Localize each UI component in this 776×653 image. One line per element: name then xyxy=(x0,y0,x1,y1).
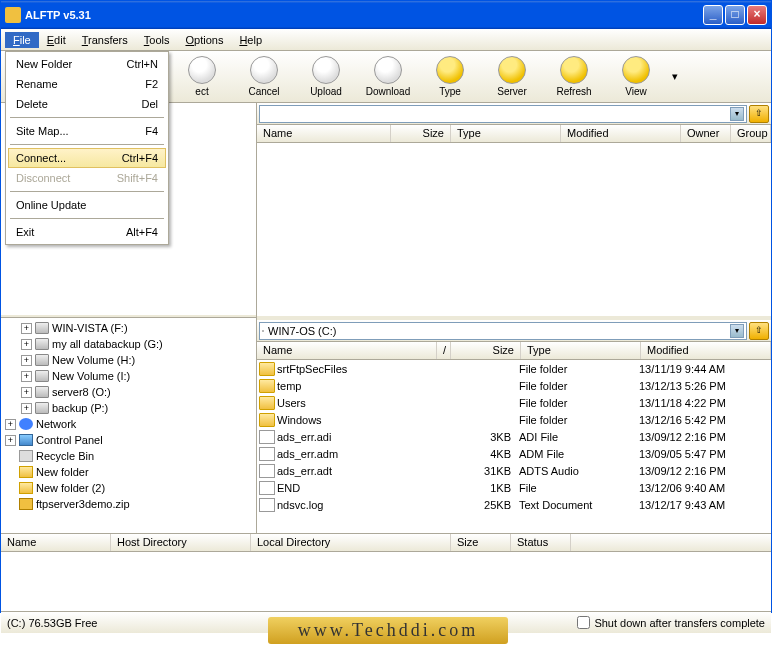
bin-icon xyxy=(19,450,33,462)
local-col-modified[interactable]: Modified xyxy=(641,342,771,359)
chevron-down-icon[interactable]: ▾ xyxy=(730,324,744,338)
expand-icon[interactable]: + xyxy=(21,403,32,414)
tree-item[interactable]: +server8 (O:) xyxy=(3,384,254,400)
remote-list-header: NameSizeTypeModifiedOwnerGroup xyxy=(257,125,771,143)
tree-item[interactable]: +Control Panel xyxy=(3,432,254,448)
local-col-name[interactable]: Name xyxy=(257,342,437,359)
file-icon xyxy=(259,430,275,444)
local-path-combo[interactable]: WIN7-OS (C:) ▾ xyxy=(259,322,747,340)
remote-col-type[interactable]: Type xyxy=(451,125,561,142)
file-row[interactable]: END1KBFile13/12/06 9:40 AM xyxy=(257,479,771,496)
folder-icon xyxy=(259,379,275,393)
menu-options[interactable]: Options xyxy=(177,32,231,48)
fold-icon xyxy=(19,466,33,478)
menuitem-exit[interactable]: ExitAlt+F4 xyxy=(8,222,166,242)
local-up-button[interactable]: ⇧ xyxy=(749,322,769,340)
tool-upload[interactable]: Upload xyxy=(295,56,357,97)
remote-col-owner[interactable]: Owner xyxy=(681,125,731,142)
expand-icon[interactable]: + xyxy=(21,339,32,350)
tool-ect[interactable]: ect xyxy=(171,56,233,97)
chevron-down-icon[interactable]: ▾ xyxy=(730,107,744,121)
expand-icon[interactable]: + xyxy=(21,323,32,334)
menuitem-rename[interactable]: RenameF2 xyxy=(8,74,166,94)
file-row[interactable]: ndsvc.log25KBText Document13/12/17 9:43 … xyxy=(257,496,771,513)
fold-icon xyxy=(19,482,33,494)
tree-item[interactable]: New folder xyxy=(3,464,254,480)
file-icon xyxy=(259,498,275,512)
folder-icon xyxy=(259,362,275,376)
file-row[interactable]: ads_err.adt31KBADTS Audio13/09/12 2:16 P… xyxy=(257,462,771,479)
local-col-size[interactable]: Size xyxy=(451,342,521,359)
zip-icon xyxy=(19,498,33,510)
menuitem-site-map-[interactable]: Site Map...F4 xyxy=(8,121,166,141)
menu-edit[interactable]: Edit xyxy=(39,32,74,48)
queue-col-size[interactable]: Size xyxy=(451,534,511,551)
queue-col-name[interactable]: Name xyxy=(1,534,111,551)
expand-icon[interactable]: + xyxy=(21,371,32,382)
expand-icon[interactable]: + xyxy=(21,355,32,366)
tool-cancel[interactable]: Cancel xyxy=(233,56,295,97)
remote-pathbar: ▾ ⇧ xyxy=(257,103,771,125)
menuitem-online-update[interactable]: Online Update xyxy=(8,195,166,215)
tree-item[interactable]: +backup (P:) xyxy=(3,400,254,416)
toolbar-dropdown-icon[interactable]: ▾ xyxy=(667,70,683,83)
tool-type[interactable]: Type xyxy=(419,56,481,97)
queue-col-host-directory[interactable]: Host Directory xyxy=(111,534,251,551)
tree-item[interactable]: +Network xyxy=(3,416,254,432)
file-row[interactable]: WindowsFile folder13/12/16 5:42 PM xyxy=(257,411,771,428)
file-row[interactable]: srtFtpSecFilesFile folder13/11/19 9:44 A… xyxy=(257,360,771,377)
remote-col-size[interactable]: Size xyxy=(391,125,451,142)
menu-help[interactable]: Help xyxy=(231,32,270,48)
file-row[interactable]: ads_err.adm4KBADM File13/09/05 5:47 PM xyxy=(257,445,771,462)
local-file-list[interactable]: srtFtpSecFilesFile folder13/11/19 9:44 A… xyxy=(257,360,771,533)
drive-icon xyxy=(35,322,49,334)
menuitem-connect-[interactable]: Connect...Ctrl+F4 xyxy=(8,148,166,168)
remote-up-button[interactable]: ⇧ xyxy=(749,105,769,123)
app-title: ALFTP v5.31 xyxy=(25,9,91,21)
expand-icon[interactable]: + xyxy=(5,419,16,430)
tool-server[interactable]: Server xyxy=(481,56,543,97)
queue-list[interactable] xyxy=(1,552,771,611)
remote-col-name[interactable]: Name xyxy=(257,125,391,142)
file-row[interactable]: tempFile folder13/12/13 5:26 PM xyxy=(257,377,771,394)
tree-item[interactable]: ftpserver3demo.zip xyxy=(3,496,254,512)
drive-icon xyxy=(35,338,49,350)
menuitem-delete[interactable]: DeleteDel xyxy=(8,94,166,114)
close-button[interactable]: × xyxy=(747,5,767,25)
remote-col-modified[interactable]: Modified xyxy=(561,125,681,142)
tree-item[interactable]: +my all databackup (G:) xyxy=(3,336,254,352)
tree-item[interactable]: New folder (2) xyxy=(3,480,254,496)
tool-download[interactable]: Download xyxy=(357,56,419,97)
local-col-type[interactable]: Type xyxy=(521,342,641,359)
queue-header: NameHost DirectoryLocal DirectorySizeSta… xyxy=(1,534,771,552)
tree-item[interactable]: +New Volume (I:) xyxy=(3,368,254,384)
folder-icon xyxy=(259,396,275,410)
remote-file-list[interactable] xyxy=(257,143,771,316)
menuitem-new-folder[interactable]: New FolderCtrl+N xyxy=(8,54,166,74)
expand-icon[interactable]: + xyxy=(21,387,32,398)
tree-item[interactable]: +New Volume (H:) xyxy=(3,352,254,368)
menu-tools[interactable]: Tools xyxy=(136,32,178,48)
menubar: FileEditTransfersToolsOptionsHelp New Fo… xyxy=(1,29,771,51)
sort-indicator[interactable]: / xyxy=(437,342,451,359)
maximize-button[interactable]: □ xyxy=(725,5,745,25)
remote-col-group[interactable]: Group xyxy=(731,125,771,142)
queue-col-local-directory[interactable]: Local Directory xyxy=(251,534,451,551)
queue-col-status[interactable]: Status xyxy=(511,534,571,551)
minimize-button[interactable]: _ xyxy=(703,5,723,25)
expand-icon[interactable]: + xyxy=(5,435,16,446)
remote-path-combo[interactable]: ▾ xyxy=(259,105,747,123)
file-row[interactable]: ads_err.adi3KBADI File13/09/12 2:16 PM xyxy=(257,428,771,445)
drive-icon xyxy=(35,354,49,366)
local-tree[interactable]: +WIN-VISTA (F:)+my all databackup (G:)+N… xyxy=(1,318,256,533)
tool-refresh[interactable]: Refresh xyxy=(543,56,605,97)
tool-view[interactable]: View xyxy=(605,56,667,97)
file-icon xyxy=(259,447,275,461)
menu-transfers[interactable]: Transfers xyxy=(74,32,136,48)
tree-item[interactable]: +WIN-VISTA (F:) xyxy=(3,320,254,336)
file-icon xyxy=(259,481,275,495)
file-row[interactable]: UsersFile folder13/11/18 4:22 PM xyxy=(257,394,771,411)
tree-item[interactable]: Recycle Bin xyxy=(3,448,254,464)
local-list-header: Name/SizeTypeModified xyxy=(257,342,771,360)
menu-file[interactable]: File xyxy=(5,32,39,48)
